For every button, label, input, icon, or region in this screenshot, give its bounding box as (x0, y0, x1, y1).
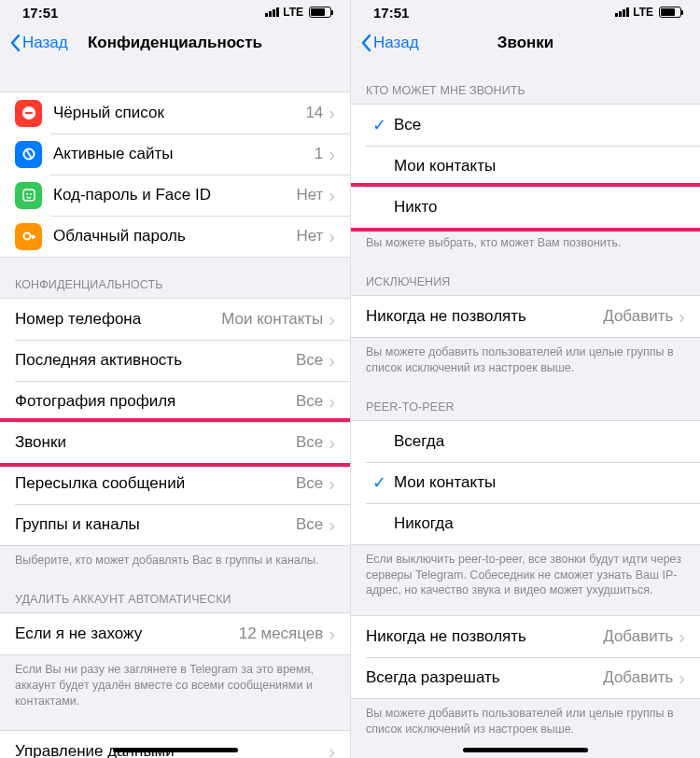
faceid-icon (15, 182, 42, 209)
row-label: Мои контакты (394, 157, 685, 175)
row-label: Звонки (15, 433, 296, 452)
who-section-header: КТО МОЖЕТ МНЕ ЗВОНИТЬ (351, 63, 700, 104)
row-label: Активные сайты (53, 145, 315, 163)
chevron-right-icon: › (679, 307, 685, 326)
delete-section-header: УДАЛИТЬ АККАУНТ АВТОМАТИЧЕСКИ (0, 572, 350, 612)
row-label: Никто (394, 198, 685, 217)
home-indicator (113, 748, 238, 752)
row-nobody[interactable]: Никто (351, 187, 700, 228)
status-time: 17:51 (373, 5, 409, 21)
signal-icon (265, 7, 279, 17)
row-detail: Нет (296, 186, 323, 204)
row-last-seen[interactable]: Последняя активность Все › (0, 340, 350, 381)
chevron-right-icon: › (329, 515, 335, 534)
svg-rect-3 (23, 190, 35, 201)
sessions-icon (15, 141, 42, 168)
row-never-allow[interactable]: Никогда не позволять Добавить › (351, 296, 700, 337)
battery-icon (309, 7, 331, 18)
chevron-right-icon: › (329, 433, 335, 452)
p2p-group: Всегда ✓ Мои контакты Никогда (351, 420, 700, 545)
check-icon: ✓ (366, 115, 392, 135)
row-groups-channels[interactable]: Группы и каналы Все › (0, 504, 350, 545)
row-passcode[interactable]: Код-пароль и Face ID Нет › (0, 175, 350, 216)
status-time: 17:51 (22, 5, 58, 21)
signal-icon (615, 7, 629, 17)
p2p-exceptions-footer: Вы можете добавить пользователей или цел… (351, 699, 700, 741)
row-label: Чёрный список (53, 104, 305, 122)
row-label: Последняя активность (15, 351, 296, 370)
row-label: Никогда не позволять (366, 307, 603, 326)
home-indicator (463, 748, 588, 752)
p2p-section-footer: Если выключить peer-to-peer, все звонки … (351, 545, 700, 603)
row-p2p-always-allow[interactable]: Всегда разрешать Добавить › (351, 657, 700, 698)
back-label: Назад (373, 34, 419, 52)
privacy-section-header: КОНФИДЕНЦИАЛЬНОСТЬ (0, 258, 350, 298)
row-detail: Все (296, 474, 323, 493)
row-detail: 12 месяцев (239, 625, 324, 643)
cloudpw-icon (15, 223, 42, 250)
exceptions-group: Никогда не позволять Добавить › (351, 295, 700, 338)
nav-bar: Назад Конфиденциальность (0, 22, 350, 63)
row-calls[interactable]: Звонки Все › (0, 422, 350, 463)
row-label: Все (394, 116, 685, 134)
row-detail: Добавить (603, 307, 673, 326)
who-section-footer: Вы можете выбрать, кто может Вам позвони… (351, 229, 700, 255)
svg-point-4 (26, 193, 28, 195)
row-label: Всегда (394, 432, 685, 451)
chevron-right-icon: › (329, 625, 335, 643)
nav-bar: Назад Звонки (351, 22, 700, 63)
row-profile-photo[interactable]: Фотография профиля Все › (0, 381, 350, 422)
status-indicators: LTE (615, 6, 681, 19)
screen-calls: 17:51 LTE Назад Звонки КТО МОЖЕТ МНЕ ЗВО… (350, 0, 700, 758)
delete-group: Если я не захожу 12 месяцев › (0, 612, 350, 655)
exceptions-section-footer: Вы можете добавить пользователей или цел… (351, 338, 700, 380)
screen-privacy: 17:51 LTE Назад Конфиденциальность Чёрны… (0, 0, 350, 758)
row-label: Никогда (394, 514, 685, 533)
row-active-sessions[interactable]: Активные сайты 1 › (0, 133, 350, 175)
network-label: LTE (633, 6, 653, 19)
row-data-settings[interactable]: Управление данными › (0, 731, 350, 759)
security-group: Чёрный список 14 › Активные сайты 1 › Ко… (0, 91, 350, 258)
row-delete-if-away[interactable]: Если я не захожу 12 месяцев › (0, 613, 350, 654)
p2p-exceptions-group: Никогда не позволять Добавить › Всегда р… (351, 615, 700, 699)
chevron-right-icon: › (679, 668, 685, 687)
status-indicators: LTE (265, 6, 331, 19)
status-bar: 17:51 LTE (0, 0, 350, 22)
back-label: Назад (22, 34, 68, 52)
svg-point-6 (23, 233, 30, 240)
content: КТО МОЖЕТ МНЕ ЗВОНИТЬ ✓ Все Мои контакты… (351, 63, 700, 758)
row-detail: Нет (296, 227, 323, 246)
row-detail: Добавить (603, 627, 673, 646)
row-label: Группы и каналы (15, 515, 296, 534)
row-detail: Добавить (603, 668, 673, 687)
chevron-right-icon: › (679, 627, 685, 646)
row-my-contacts[interactable]: Мои контакты (351, 146, 700, 187)
chevron-right-icon: › (329, 145, 335, 163)
row-cloud-password[interactable]: Облачный пароль Нет › (0, 216, 350, 257)
chevron-right-icon: › (329, 474, 335, 493)
row-everybody[interactable]: ✓ Все (351, 105, 700, 146)
back-button[interactable]: Назад (360, 34, 419, 52)
row-p2p-never[interactable]: Никогда (351, 503, 700, 544)
row-phone-number[interactable]: Номер телефона Мои контакты › (0, 299, 350, 340)
row-p2p-never-allow[interactable]: Никогда не позволять Добавить › (351, 616, 700, 657)
privacy-group: Номер телефона Мои контакты › Последняя … (0, 298, 350, 546)
status-bar: 17:51 LTE (351, 0, 700, 22)
content: Чёрный список 14 › Активные сайты 1 › Ко… (0, 63, 350, 758)
back-button[interactable]: Назад (9, 34, 68, 52)
row-label: Всегда разрешать (366, 668, 603, 687)
row-p2p-contacts[interactable]: ✓ Мои контакты (351, 462, 700, 503)
row-label: Мои контакты (394, 473, 685, 492)
chevron-left-icon (9, 34, 21, 52)
row-label: Код-пароль и Face ID (53, 186, 296, 204)
row-detail: 1 (315, 145, 323, 163)
network-label: LTE (283, 6, 303, 19)
row-p2p-always[interactable]: Всегда (351, 421, 700, 462)
row-blocklist[interactable]: Чёрный список 14 › (0, 92, 350, 133)
p2p-section-header: PEER-TO-PEER (351, 380, 700, 420)
row-forward-messages[interactable]: Пересылка сообщений Все › (0, 463, 350, 504)
svg-rect-1 (25, 112, 33, 114)
row-detail: Все (296, 392, 323, 411)
row-label: Никогда не позволять (366, 627, 603, 646)
chevron-right-icon: › (329, 742, 335, 759)
